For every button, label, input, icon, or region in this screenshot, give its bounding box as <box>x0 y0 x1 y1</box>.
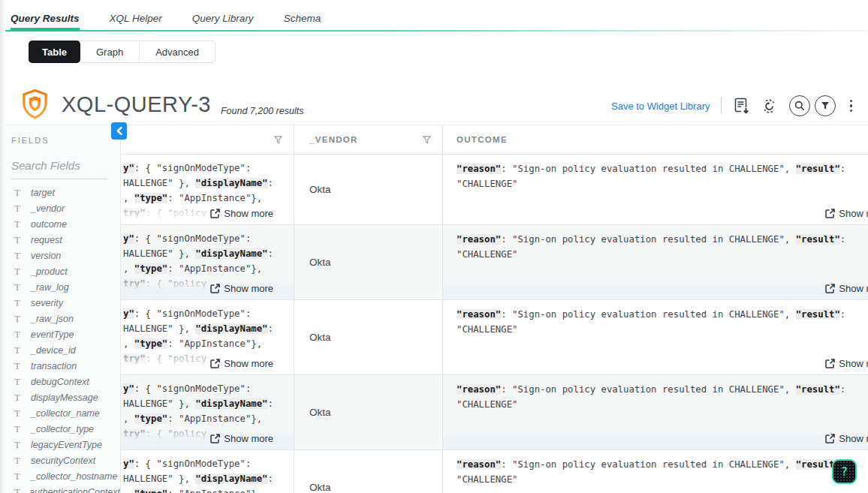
help-widget-button[interactable]: ? <box>832 459 857 484</box>
show-more-link[interactable]: Show more <box>825 433 868 444</box>
tab-query-results[interactable]: Query Results <box>11 13 80 29</box>
show-more-link[interactable]: Show more <box>825 283 868 294</box>
column-header-outcome[interactable]: OUTCOME <box>443 125 868 154</box>
field-name: outcome <box>31 219 67 230</box>
field-list-item[interactable]: T request <box>11 232 120 248</box>
toolbar-divider <box>721 98 722 114</box>
field-list-item[interactable]: T displayMessage <box>11 389 120 405</box>
field-name: _raw_json <box>31 314 74 324</box>
field-name: _raw_log <box>31 282 69 293</box>
field-list-item[interactable]: T _collector_hostname <box>11 468 120 484</box>
refresh-query-button[interactable] <box>761 98 778 115</box>
view-table-button[interactable]: Table <box>29 41 80 63</box>
field-list-item[interactable]: T _raw_json <box>11 311 120 326</box>
text-type-icon: T <box>11 187 31 199</box>
tab-schema[interactable]: Schema <box>284 13 321 29</box>
cell-fade-overlay <box>443 356 868 374</box>
field-list-item[interactable]: T outcome <box>11 216 120 232</box>
external-link-icon <box>210 359 220 368</box>
field-name: _collector_hostname <box>31 471 117 482</box>
tab-query-library[interactable]: Query Library <box>192 13 254 29</box>
vendor-cell: Okta <box>294 300 443 374</box>
field-name: _device_id <box>31 345 76 356</box>
show-more-label: Show more <box>839 283 868 294</box>
vendor-cell: Okta <box>294 375 443 449</box>
table-row[interactable]: y": { "signOnModeType":HALLENGE" }, "dis… <box>121 155 868 225</box>
text-type-icon: T <box>11 250 31 262</box>
table-row[interactable]: y": { "signOnModeType":HALLENGE" }, "dis… <box>121 225 868 300</box>
field-name: securityContext <box>31 455 95 466</box>
filter-results-button[interactable] <box>815 95 836 116</box>
vendor-cell: Okta <box>294 225 443 299</box>
vendor-cell: Okta <box>294 450 443 493</box>
table-row[interactable]: y": { "signOnModeType":HALLENGE" }, "dis… <box>121 375 868 450</box>
field-list: T target T _vendor T outcome T request T… <box>11 185 120 493</box>
xql-query-results-page: Query Results XQL Helper Query Library S… <box>0 0 868 493</box>
field-name: _vendor <box>31 203 65 214</box>
search-results-button[interactable] <box>789 95 810 116</box>
save-to-widget-library-link[interactable]: Save to Widget Library <box>611 101 710 112</box>
outcome-json-preview: "reason": "Sign-on policy evaluation res… <box>457 382 868 412</box>
results-table: _VENDOR OUTCOME y": { "signOnModeType":H… <box>120 125 868 493</box>
query-title: XQL-QUERY-3 <box>62 94 211 116</box>
show-more-link[interactable]: Show more <box>825 358 868 369</box>
field-list-item[interactable]: T authenticationContext <box>11 484 120 493</box>
field-list-item[interactable]: T securityContext <box>11 452 120 468</box>
field-list-item[interactable]: T _collector_name <box>11 405 120 421</box>
outcome-cell: "reason": "Sign-on policy evaluation res… <box>443 225 868 299</box>
show-more-label: Show more <box>224 433 273 444</box>
field-list-item[interactable]: T severity <box>11 295 120 311</box>
show-more-link[interactable]: Show more <box>210 283 273 294</box>
column-header-vendor[interactable]: _VENDOR <box>294 125 443 154</box>
vendor-value: Okta <box>309 332 331 343</box>
field-name: authenticationContext <box>29 487 120 493</box>
field-list-item[interactable]: T transaction <box>11 358 120 374</box>
column-filter-icon[interactable] <box>423 136 431 144</box>
column-filter-icon[interactable] <box>274 136 282 144</box>
field-list-item[interactable]: T _collector_type <box>11 421 120 437</box>
outcome-json-preview: "reason": "Sign-on policy evaluation res… <box>457 457 868 487</box>
show-more-link[interactable]: Show more <box>210 358 273 369</box>
target-cell: y": { "signOnModeType":HALLENGE" }, "dis… <box>121 375 294 449</box>
field-list-item[interactable]: T eventType <box>11 326 120 342</box>
field-name: transaction <box>31 361 77 371</box>
view-graph-button[interactable]: Graph <box>80 41 140 62</box>
collapse-sidebar-button[interactable] <box>111 122 127 140</box>
more-options-button[interactable] <box>847 97 856 116</box>
export-report-icon <box>734 98 749 115</box>
export-report-button[interactable] <box>734 98 749 115</box>
external-link-icon <box>825 359 835 368</box>
left-edge-strip <box>0 0 5 493</box>
cell-fade-overlay <box>443 206 868 224</box>
text-type-icon: T <box>11 360 31 372</box>
column-header-target[interactable] <box>121 125 294 154</box>
field-list-item[interactable]: T version <box>11 248 120 263</box>
show-more-link[interactable]: Show more <box>210 208 273 219</box>
search-fields-input[interactable] <box>11 158 107 179</box>
field-list-item[interactable]: T _device_id <box>11 342 120 358</box>
show-more-link[interactable]: Show more <box>825 208 868 219</box>
table-row[interactable]: y": { "signOnModeType":HALLENGE" }, "dis… <box>121 300 868 375</box>
text-type-icon: T <box>11 218 31 230</box>
fields-sidebar: FIELDS T target T _vendor T outcome T re… <box>5 125 120 493</box>
tab-xql-helper[interactable]: XQL Helper <box>110 13 162 29</box>
target-cell: y": { "signOnModeType":HALLENGE" }, "dis… <box>121 155 294 224</box>
text-type-icon: T <box>11 439 31 451</box>
text-type-icon: T <box>11 486 29 493</box>
show-more-link[interactable]: Show more <box>210 433 273 444</box>
field-name: _collector_type <box>31 424 94 434</box>
text-type-icon: T <box>11 344 31 356</box>
table-row[interactable]: y": { "signOnModeType":HALLENGE" }, "dis… <box>121 450 868 493</box>
field-list-item[interactable]: T target <box>11 185 120 200</box>
outcome-json-preview: "reason": "Sign-on policy evaluation res… <box>457 307 868 337</box>
question-mark-icon: ? <box>841 465 848 479</box>
field-name: request <box>31 235 62 245</box>
view-advanced-button[interactable]: Advanced <box>140 41 215 62</box>
kebab-dot <box>850 110 853 113</box>
field-list-item[interactable]: T _product <box>11 263 120 279</box>
field-list-item[interactable]: T legacyEventType <box>11 437 120 452</box>
field-list-item[interactable]: T _vendor <box>11 200 120 216</box>
field-list-item[interactable]: T debugContext <box>11 374 120 389</box>
outcome-cell: "reason": "Sign-on policy evaluation res… <box>443 375 868 449</box>
field-list-item[interactable]: T _raw_log <box>11 279 120 295</box>
